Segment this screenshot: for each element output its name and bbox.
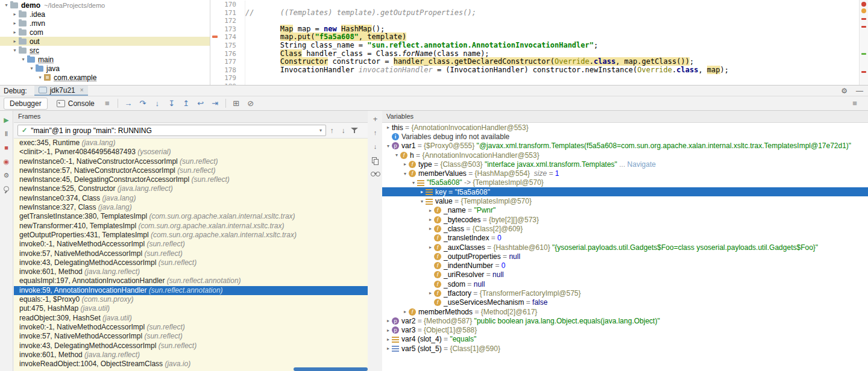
chevron-down-icon[interactable]: ▾ (418, 199, 426, 204)
chevron-right-icon[interactable]: ▸ (385, 328, 392, 333)
add-watch-icon[interactable]: + (373, 116, 378, 122)
chevron-down-icon[interactable]: ▾ (2, 2, 10, 8)
tree-item-com-example[interactable]: ▾com.example (0, 73, 210, 82)
variable-row[interactable]: iVariables debug info not available (382, 132, 868, 141)
show-watches-icon[interactable] (371, 172, 380, 176)
chevron-right-icon[interactable]: ▸ (385, 318, 392, 323)
variable-row[interactable]: ▸var5 (slot_5) = {Class[1]@590} (382, 344, 868, 353)
pause-icon[interactable]: Ⅱ (5, 131, 8, 137)
chevron-right-icon[interactable]: ▸ (11, 20, 19, 26)
error-mark[interactable] (861, 18, 866, 20)
scroll-down-icon[interactable]: ↓ (374, 143, 377, 150)
step-into-icon[interactable]: ↓ (150, 99, 165, 108)
frame-row[interactable]: invoke0:-1, NativeMethodAccessorImpl (su… (14, 240, 368, 249)
error-mark[interactable] (861, 26, 866, 28)
code-line[interactable]: map.put("f5a5a608", template) (245, 33, 860, 42)
chevron-right-icon[interactable]: ▸ (401, 161, 409, 167)
variable-row[interactable]: ▸pvar2 = {Method@587} "public boolean ja… (382, 316, 868, 325)
chevron-down-icon[interactable]: ▾ (28, 66, 36, 71)
project-tree[interactable]: ▾demo~/IdeaProjects/demo▸.idea▸.mvn▸com▸… (0, 0, 210, 85)
change-mark[interactable] (861, 53, 866, 55)
line-number[interactable]: 176 (211, 50, 245, 58)
view-breakpoints-icon[interactable]: ◉ (4, 158, 10, 165)
variable-row[interactable]: ▾fh = {AnnotationInvocationHandler@553} (382, 151, 868, 160)
code-line[interactable]: Constructor constructor = handler_class.… (245, 58, 860, 66)
chevron-right-icon[interactable]: ▸ (427, 217, 434, 222)
frame-row[interactable]: newInstance:327, Class (java.lang) (14, 203, 368, 212)
variable-row[interactable]: ▾pvar1 = {$Proxy0@555} "@javax.xml.trans… (382, 142, 868, 151)
line-number[interactable]: 172 (211, 17, 245, 25)
variable-row[interactable]: ▸this = {AnnotationInvocationHandler@553… (382, 123, 868, 132)
tree-item-out[interactable]: ▸out (0, 37, 210, 46)
frame-row[interactable]: invoke0:-1, NativeMethodAccessorImpl (su… (14, 323, 368, 332)
frame-up-icon[interactable]: ↑ (326, 126, 338, 135)
chevron-down-icon[interactable]: ▾ (385, 143, 392, 149)
editor-code-area[interactable]: // ((Templates) template).getOutputPrope… (245, 1, 860, 85)
tree-item-src[interactable]: ▾src (0, 46, 210, 55)
frame-row[interactable]: invoke:57, NativeMethodAccessorImpl (sun… (14, 249, 368, 258)
debug-session-tab[interactable]: jdk7u21 × (34, 86, 88, 96)
variable-row[interactable]: ▾fmemberValues = {HashMap@554} size = 1 (382, 169, 868, 178)
frame-row[interactable]: getOutputProperties:431, TemplatesImpl (… (14, 231, 368, 240)
frame-row[interactable]: invoke:43, DelegatingMethodAccessorImpl … (14, 258, 368, 267)
pin-icon[interactable] (4, 186, 9, 192)
code-line[interactable]: Map map = new HashMap(); (245, 25, 860, 34)
code-editor[interactable]: 170171172173174175176177178179180 // ((T… (211, 0, 868, 85)
resume-icon[interactable]: ▶ (4, 117, 8, 123)
tree-item-demo[interactable]: ▾demo~/IdeaProjects/demo (0, 1, 210, 10)
chevron-right-icon[interactable]: ▸ (385, 337, 392, 342)
frame-row[interactable]: exec:345, Runtime (java.lang) (14, 139, 368, 148)
chevron-down-icon[interactable]: ▾ (36, 75, 44, 80)
tab-console[interactable]: Console (51, 98, 100, 109)
frame-row[interactable]: readObject:309, HashSet (java.util) (14, 314, 368, 323)
code-line[interactable] (245, 1, 860, 9)
variable-row[interactable]: ▸key = "f5a5a608" (382, 187, 868, 196)
code-line[interactable] (245, 74, 860, 83)
code-line[interactable]: String class_name = "sun.reflect.annotat… (245, 42, 860, 50)
variable-row[interactable]: f_uriResolver = null (382, 270, 868, 279)
chevron-down-icon[interactable]: ▾ (19, 57, 27, 62)
tab-debugger[interactable]: Debugger (4, 98, 48, 110)
chevron-right-icon[interactable]: ▸ (11, 30, 19, 35)
tree-item-idea[interactable]: ▸.idea (0, 10, 210, 19)
line-number[interactable]: 171 (211, 9, 245, 17)
frame-row[interactable]: newInstance0:374, Class (java.lang) (14, 194, 368, 203)
variable-row[interactable]: ▸fmemberMethods = {Method[2]@617} (382, 307, 868, 316)
frame-row[interactable]: newInstance:57, NativeConstructorAccesso… (14, 166, 368, 175)
error-stripe[interactable] (859, 0, 868, 85)
tree-item-main[interactable]: ▾main (0, 55, 210, 64)
chevron-right-icon[interactable]: ▸ (418, 189, 426, 195)
variable-row[interactable]: ▸ftype = {Class@503} "interface javax.xm… (382, 160, 868, 169)
variables-list[interactable]: ▸this = {AnnotationInvocationHandler@553… (382, 123, 868, 371)
code-line[interactable]: // ((Templates) template).getOutputPrope… (245, 9, 860, 17)
step-out-icon[interactable]: ↥ (179, 99, 193, 108)
frame-row[interactable]: newInstance:45, DelegatingConstructorAcc… (14, 175, 368, 184)
chevron-right-icon[interactable]: ▸ (385, 125, 392, 130)
chevron-right-icon[interactable]: ▸ (427, 290, 434, 296)
frame-row[interactable]: put:475, HashMap (java.util) (14, 304, 368, 313)
chevron-right-icon[interactable]: ▸ (11, 11, 19, 17)
code-line[interactable] (245, 17, 860, 25)
variable-row[interactable]: ▾"f5a5a608" -> {TemplatesImpl@570} (382, 178, 868, 187)
chevron-right-icon[interactable]: ▸ (427, 245, 434, 250)
variable-row[interactable]: ▸f_name = "Pwnr" (382, 206, 868, 215)
chevron-right-icon[interactable]: ▸ (385, 346, 392, 351)
frame-row[interactable]: newInstance0:-1, NativeConstructorAccess… (14, 157, 368, 166)
frame-row[interactable]: invoke:59, AnnotationInvocationHandler (… (14, 286, 368, 295)
stop-icon[interactable]: ■ (4, 145, 8, 151)
code-line[interactable]: InvocationHandler invocationHandler = (I… (245, 66, 860, 75)
code-line[interactable]: Class handler_class = Class.forName(clas… (245, 50, 860, 58)
frame-row[interactable]: invoke:57, NativeMethodAccessorImpl (sun… (14, 332, 368, 341)
variable-row[interactable]: f_indentNumber = 0 (382, 261, 868, 270)
chevron-down-icon[interactable]: ▾ (410, 180, 417, 186)
hide-panel-icon[interactable]: — (856, 87, 863, 95)
chevron-right-icon[interactable]: ▸ (427, 226, 434, 231)
frame-row[interactable]: <clinit>:-1, Pwner408464956487493 (ysose… (14, 148, 368, 157)
variable-row[interactable]: ▸f_class = {Class[2]@609} (382, 224, 868, 233)
tree-item-java[interactable]: ▾java (0, 64, 210, 73)
error-mark[interactable] (861, 71, 866, 73)
settings-gear-icon[interactable]: ⚙ (4, 172, 10, 179)
variable-row[interactable]: ▸f_tfactory = {TransformerFactoryImpl@57… (382, 288, 868, 298)
mute-breakpoints-icon[interactable]: ⊘ (244, 99, 258, 108)
settings-gear-icon[interactable]: ⚙ (841, 87, 848, 95)
